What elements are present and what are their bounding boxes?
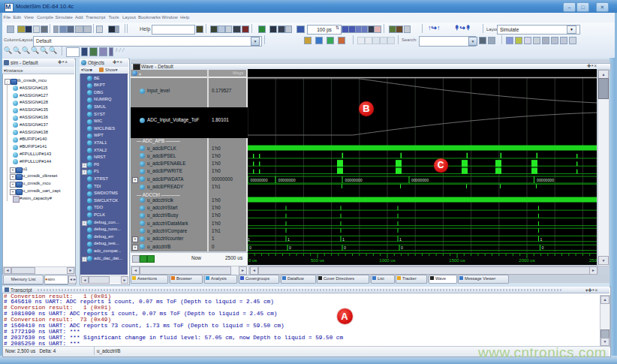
svg-text:0 us: 0 us — [248, 258, 257, 263]
svg-text:500 us: 500 us — [311, 258, 324, 263]
svg-text:250: 250 — [589, 258, 597, 263]
svg-text:0: 0 — [249, 245, 251, 250]
svg-text:0: 0 — [401, 245, 403, 250]
svg-text:1: 1 — [540, 237, 543, 242]
svg-text:1000 us: 1000 us — [379, 258, 395, 263]
svg-text:00000000: 00000000 — [251, 178, 268, 182]
svg-text:0: 0 — [344, 245, 346, 250]
svg-text:1: 1 — [342, 237, 345, 242]
svg-text:1: 1 — [399, 237, 402, 242]
svg-text:0: 0 — [542, 245, 544, 250]
svg-text:00000000: 00000000 — [345, 178, 363, 182]
svg-text:00000000: 00000000 — [537, 178, 554, 182]
svg-text:00000000: 00000000 — [278, 178, 296, 182]
svg-text:0: 0 — [289, 245, 291, 250]
svg-text:00000000: 00000000 — [411, 178, 429, 182]
svg-text:1: 1 — [287, 237, 290, 242]
svg-text:1: 1 — [248, 237, 250, 242]
svg-text:1500 us: 1500 us — [449, 258, 465, 263]
svg-text:2000 us: 2000 us — [519, 258, 534, 263]
